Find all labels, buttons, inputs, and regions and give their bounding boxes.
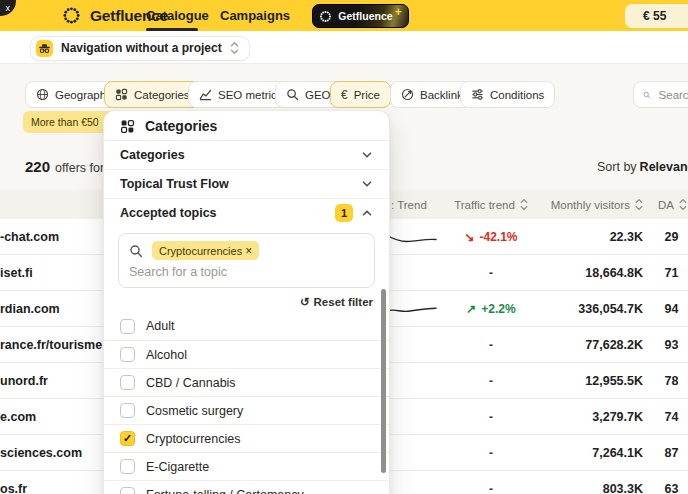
project-selector[interactable]: Navigation without a project [30, 36, 250, 61]
chart-icon [199, 88, 212, 101]
tab-catalogue[interactable]: Catalogue [146, 8, 198, 23]
trend-sparkline [385, 291, 441, 326]
topic-item-cosmetic-surgery[interactable]: Cosmetic surgery [104, 396, 389, 424]
section-topical-trust-flow[interactable]: Topical Trust Flow [104, 170, 389, 198]
link-icon [401, 88, 414, 101]
balance-amount[interactable]: € 55 [625, 4, 688, 28]
topic-search-placeholder: Search for a topic [129, 265, 364, 279]
column-trend[interactable]: : Trend [391, 190, 427, 219]
chevron-down-icon [361, 178, 373, 190]
offers-count: 220 offers for y [25, 158, 114, 175]
categories-dropdown-panel: Categories Categories Topical Trust Flow… [103, 110, 390, 494]
monthly-visitors-value: 22.3K [500, 219, 643, 254]
da-value: 29 [655, 219, 688, 254]
getfluence-logo-icon [319, 10, 332, 23]
trend-value: - [385, 399, 441, 434]
topic-item-fortune-telling[interactable]: Fortune-telling / Cartomancy [104, 480, 389, 494]
arrow-down-icon: ↘ [464, 230, 474, 244]
scrollbar-thumb[interactable] [381, 289, 386, 473]
chevron-down-icon [361, 149, 373, 161]
categories-icon [120, 119, 135, 134]
categories-icon [115, 88, 128, 101]
topic-item-cbd-cannabis[interactable]: CBD / Cannabis [104, 368, 389, 396]
checkbox[interactable] [120, 487, 135, 494]
da-value: 87 [655, 435, 688, 470]
checkbox[interactable] [120, 319, 135, 334]
search-icon [129, 244, 143, 258]
da-value: 63 [655, 471, 688, 494]
da-value: 71 [655, 255, 688, 290]
offer-domain[interactable]: iset.fi [0, 255, 33, 290]
globe-icon [36, 88, 49, 101]
monthly-visitors-value: 3,279.7K [500, 399, 643, 434]
top-header: x Getfluence Catalogue Campaigns Getflue… [0, 0, 688, 31]
trend-value: - [385, 255, 441, 290]
sort-value: Relevance [640, 160, 688, 174]
offer-domain[interactable]: rdian.com [0, 291, 60, 326]
corner-badge[interactable]: x [0, 0, 16, 16]
sort-icon[interactable] [635, 198, 643, 211]
panel-title: Categories [104, 111, 389, 140]
getfluence-logo-icon [62, 6, 81, 25]
select-updown-icon [230, 41, 239, 55]
monthly-visitors-value: 7,264.1K [500, 435, 643, 470]
arrow-up-icon: ↗ [466, 302, 476, 316]
trend-sparkline [385, 219, 441, 254]
monthly-visitors-value: 18,664.8K [500, 255, 643, 290]
topics-list: Adult Alcohol CBD / Cannabis Cosmetic su… [104, 312, 389, 494]
project-bar: Navigation without a project [0, 31, 688, 64]
section-accepted-topics[interactable]: Accepted topics 1 [104, 199, 389, 227]
checkbox[interactable] [120, 403, 135, 418]
sort-by-control[interactable]: Sort byRelevance [597, 160, 688, 174]
monthly-visitors-value: 77,628.2K [500, 327, 643, 362]
reset-icon: ↺ [300, 295, 310, 309]
section-categories[interactable]: Categories [104, 141, 389, 169]
column-da[interactable]: DA [658, 190, 687, 219]
topic-item-adult[interactable]: Adult [104, 312, 389, 340]
close-icon[interactable]: × [245, 244, 252, 258]
checkbox[interactable] [120, 459, 135, 474]
topic-item-cryptocurrencies[interactable]: Cryptocurrencies [104, 424, 389, 452]
offer-domain[interactable]: e.com [0, 399, 36, 434]
monthly-visitors-value: 803.3K [500, 471, 643, 494]
trend-value: - [385, 327, 441, 362]
monthly-visitors-value: 336,054.7K [500, 291, 643, 326]
search-icon [643, 89, 651, 101]
search-input[interactable]: Search [633, 81, 688, 108]
reset-filter-button[interactable]: ↺ Reset filter [120, 295, 373, 309]
checkbox[interactable] [120, 375, 135, 390]
tab-campaigns[interactable]: Campaigns [220, 8, 282, 23]
topic-item-e-cigarette[interactable]: E-Cigarette [104, 452, 389, 480]
chevron-up-icon [361, 207, 373, 219]
da-value: 93 [655, 327, 688, 362]
da-value: 74 [655, 399, 688, 434]
selected-count-badge: 1 [335, 204, 353, 222]
offer-domain[interactable]: unord.fr [0, 363, 48, 398]
topic-item-alcohol[interactable]: Alcohol [104, 340, 389, 368]
da-value: 94 [655, 291, 688, 326]
trend-value: - [385, 471, 441, 494]
filter-conditions-button[interactable]: Conditions [460, 81, 555, 108]
search-placeholder: Search [659, 89, 688, 101]
plus-icon: + [395, 5, 402, 19]
offer-domain[interactable]: sciences.com [0, 435, 82, 470]
checkbox[interactable] [120, 347, 135, 362]
monthly-visitors-value: 12,955.5K [500, 363, 643, 398]
magnifier-icon [286, 88, 299, 101]
offer-domain[interactable]: rance.fr/tourisme [0, 327, 102, 362]
topic-search-input[interactable]: Cryptocurrencies × Search for a topic [118, 233, 375, 288]
column-monthly-visitors[interactable]: Monthly visitors [500, 190, 643, 219]
euro-icon: € [341, 88, 348, 102]
sliders-icon [471, 88, 484, 101]
getfluence-plus-button[interactable]: Getfluence + [312, 4, 409, 28]
incognito-icon [36, 40, 53, 57]
selected-topic-tag[interactable]: Cryptocurrencies × [152, 241, 259, 260]
sort-icon[interactable] [679, 198, 687, 211]
offer-domain[interactable]: -chat.com [0, 219, 59, 254]
filter-price-button[interactable]: € Price [330, 81, 391, 108]
checkbox-checked[interactable] [120, 431, 135, 446]
trend-value: - [385, 435, 441, 470]
offer-domain[interactable]: os.fr [0, 471, 27, 494]
da-value: 78 [655, 363, 688, 398]
filter-categories-button[interactable]: Categories [104, 81, 201, 108]
